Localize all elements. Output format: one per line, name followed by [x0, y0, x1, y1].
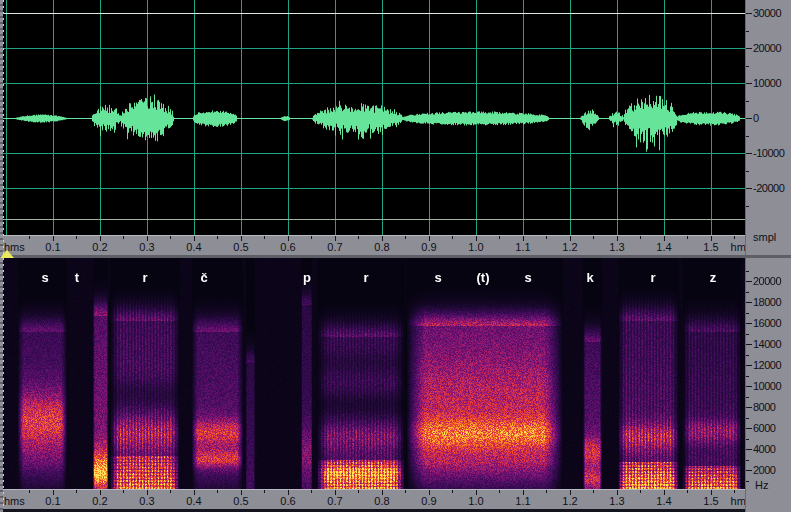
spectrogram-time-ruler[interactable]: hms hms 0.10.20.30.40.50.60.70.80.91.01.… [0, 489, 745, 509]
axis-minor-tick [746, 136, 749, 137]
axis-minor-tick [746, 66, 749, 67]
ruler-tick [499, 490, 500, 493]
phoneme-label: r [142, 270, 147, 285]
axis-minor-tick [746, 481, 749, 482]
ruler-tick [264, 236, 265, 239]
time-tick-label: 0.3 [139, 241, 154, 253]
amplitude-unit-label: smpl [753, 231, 776, 243]
ruler-tick [264, 490, 265, 493]
amplitude-tick-label: 10000 [753, 77, 781, 89]
ruler-tick [452, 236, 453, 239]
ruler-tick [76, 490, 77, 493]
axis-tick [746, 428, 752, 429]
phoneme-label: s [41, 270, 48, 285]
axis-tick [746, 386, 752, 387]
time-tick-label: 1.5 [703, 241, 718, 253]
ruler-tick [76, 236, 77, 239]
phoneme-label: s [524, 270, 531, 285]
time-tick-label: 0.5 [233, 495, 248, 507]
frequency-tick-label: 4000 [753, 443, 775, 455]
ruler-tick [29, 236, 30, 239]
frequency-tick-label: 12000 [753, 359, 781, 371]
axis-minor-tick [746, 418, 749, 419]
ruler-tick [734, 490, 735, 493]
spectrogram-canvas[interactable] [0, 258, 745, 489]
axis-minor-tick [746, 355, 749, 356]
ruler-tick [358, 236, 359, 239]
frequency-tick-label: 2000 [753, 464, 775, 476]
axis-tick [746, 48, 752, 49]
time-tick-label: 0.2 [92, 495, 107, 507]
time-tick-label: 0.8 [374, 495, 389, 507]
frequency-tick-label: 8000 [753, 401, 775, 413]
ruler-tick [123, 490, 124, 493]
axis-minor-tick [746, 376, 749, 377]
ruler-tick [311, 490, 312, 493]
pane-splitter[interactable] [0, 255, 791, 258]
waveform-display[interactable] [0, 0, 745, 235]
axis-tick [746, 302, 752, 303]
axis-minor-tick [746, 313, 749, 314]
axis-tick [746, 407, 752, 408]
time-tick-label: 0.6 [280, 241, 295, 253]
ruler-tick [640, 236, 641, 239]
time-tick-label: 1.0 [468, 241, 483, 253]
phoneme-label: z [710, 270, 717, 285]
phoneme-label: r [363, 270, 368, 285]
amplitude-tick-label: 30000 [753, 7, 781, 19]
axis-minor-tick [746, 31, 749, 32]
time-tick-label: 1.4 [656, 495, 671, 507]
axis-minor-tick [746, 171, 749, 172]
axis-minor-tick [746, 206, 749, 207]
phoneme-label: s [434, 270, 441, 285]
ruler-tick [170, 236, 171, 239]
frequency-tick-label: 18000 [753, 296, 781, 308]
ruler-tick [546, 236, 547, 239]
time-tick-label: 0.2 [92, 241, 107, 253]
audio-editor-window: hms hms 0.10.20.30.40.50.60.70.80.91.01.… [0, 0, 791, 512]
ruler-tick [452, 490, 453, 493]
time-tick-label: 1.5 [703, 495, 718, 507]
time-tick-label: 0.5 [233, 241, 248, 253]
ruler-tick [311, 236, 312, 239]
frequency-tick-label: 6000 [753, 422, 775, 434]
time-unit-label-left: hms [4, 495, 25, 507]
axis-tick [746, 344, 752, 345]
time-tick-label: 0.6 [280, 495, 295, 507]
axis-minor-tick [746, 271, 749, 272]
frequency-unit-label: Hz [755, 479, 768, 491]
frequency-tick-label: 10000 [753, 380, 781, 392]
ruler-tick [170, 490, 171, 493]
time-tick-label: 1.0 [468, 495, 483, 507]
phoneme-label: p [303, 270, 311, 285]
amplitude-tick-label: 20000 [753, 42, 781, 54]
time-tick-label: 1.1 [515, 241, 530, 253]
ruler-tick [593, 490, 594, 493]
ruler-tick [593, 236, 594, 239]
frequency-axis[interactable]: Hz 2000018000160001400012000100008000600… [745, 258, 791, 512]
frequency-tick-label: 20000 [753, 275, 781, 287]
time-tick-label: 0.4 [186, 241, 201, 253]
axis-tick [746, 13, 752, 14]
ruler-tick [123, 236, 124, 239]
playback-cursor-marker[interactable] [0, 250, 14, 258]
time-tick-label: 0.9 [421, 495, 436, 507]
time-tick-label: 1.4 [656, 241, 671, 253]
phoneme-label: t [75, 270, 79, 285]
waveform-time-ruler[interactable]: hms hms 0.10.20.30.40.50.60.70.80.91.01.… [0, 235, 745, 255]
ruler-tick [546, 490, 547, 493]
ruler-tick [687, 490, 688, 493]
amplitude-tick-label: -20000 [753, 182, 784, 194]
time-tick-label: 0.7 [327, 241, 342, 253]
phoneme-label: k [586, 270, 593, 285]
axis-minor-tick [746, 292, 749, 293]
axis-minor-tick [746, 397, 749, 398]
spectrogram-display[interactable]: strčprs(t)skrz [0, 258, 745, 489]
axis-minor-tick [746, 101, 749, 102]
amplitude-tick-label: -10000 [753, 147, 784, 159]
ruler-tick [29, 490, 30, 493]
axis-minor-tick [746, 439, 749, 440]
amplitude-axis[interactable]: smpl 3000020000100000-10000-20000 [745, 0, 791, 255]
ruler-tick [687, 236, 688, 239]
time-tick-label: 0.4 [186, 495, 201, 507]
